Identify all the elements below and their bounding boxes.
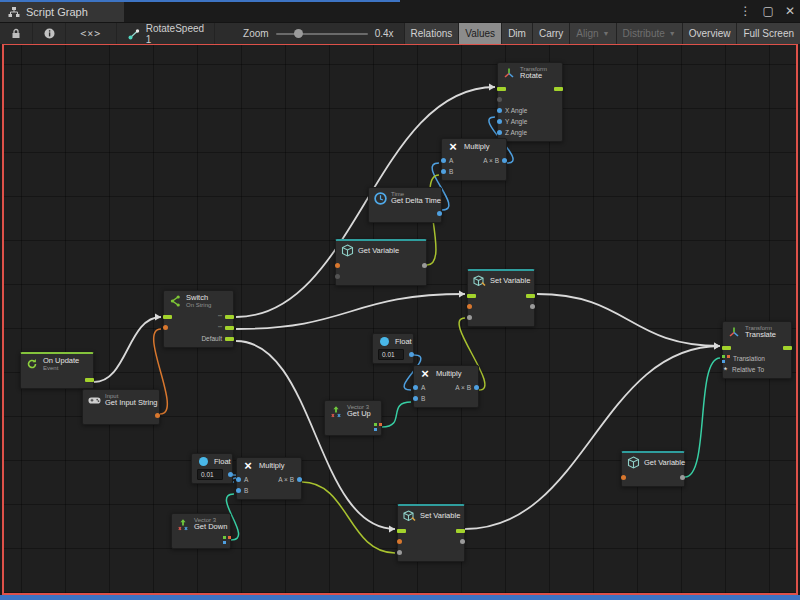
node-get-input-string[interactable]: InputGet Input String — [82, 389, 160, 425]
tab-script-graph[interactable]: Script Graph — [0, 2, 124, 22]
node-set-variable-1[interactable]: Set Variable — [467, 269, 535, 327]
toolbar-button-relations[interactable]: Relations — [404, 23, 459, 44]
string-port[interactable] — [155, 413, 160, 418]
float-port[interactable] — [236, 477, 241, 482]
toolbar-button-carry[interactable]: Carry — [532, 23, 569, 44]
flow-port[interactable] — [163, 315, 172, 319]
value-input[interactable]: 0.01 — [378, 349, 404, 360]
close-icon[interactable]: ✕ — [785, 2, 795, 20]
value-input[interactable]: 0.01 — [197, 469, 223, 480]
flow-port[interactable] — [456, 529, 465, 533]
tab-title: Script Graph — [26, 6, 88, 18]
flow-port[interactable] — [225, 315, 234, 319]
flow-port[interactable] — [497, 87, 506, 91]
tab-bar: Script Graph ⋮ ▢ ✕ — [0, 0, 800, 22]
value-port[interactable] — [422, 263, 427, 268]
node-float-1[interactable]: Float0.01 — [372, 333, 414, 364]
string-port[interactable] — [335, 263, 340, 268]
lock-icon — [9, 28, 23, 39]
port-label: Y Angle — [505, 118, 527, 125]
toolbar-button-label: Relations — [411, 28, 453, 39]
toolbar-button-overview[interactable]: Overview — [682, 23, 737, 44]
flow-port[interactable] — [783, 346, 792, 350]
vec3-port[interactable] — [223, 536, 231, 544]
flow-port[interactable] — [722, 346, 731, 350]
maximize-icon[interactable]: ▢ — [763, 2, 774, 20]
toolbar-button-align[interactable]: Align▼ — [569, 23, 615, 44]
star-port[interactable]: * — [722, 367, 729, 373]
value-port[interactable] — [680, 475, 685, 480]
info-button[interactable] — [33, 23, 66, 44]
float-port[interactable] — [228, 472, 233, 477]
port-label: A × B — [483, 157, 499, 164]
float-port[interactable] — [497, 119, 502, 124]
float-port[interactable] — [437, 211, 442, 216]
toolbar-button-full-screen[interactable]: Full Screen — [736, 23, 800, 44]
node-on-update[interactable]: On UpdateEvent — [20, 352, 94, 389]
node-multiply-1[interactable]: ×MultiplyAA × BB — [441, 138, 507, 181]
string-port[interactable] — [163, 325, 168, 330]
float-port[interactable] — [413, 385, 418, 390]
script-graph-window: Script Graph ⋮ ▢ ✕ <×> RotateSpeed 1 Zoo… — [0, 0, 800, 600]
flow-port[interactable] — [225, 337, 234, 341]
float-port[interactable] — [297, 477, 302, 482]
node-float-2[interactable]: Float0.01 — [191, 453, 233, 484]
string-port[interactable] — [397, 539, 402, 544]
flow-port[interactable] — [467, 294, 476, 298]
window-focus-line — [0, 0, 400, 2]
node-row — [83, 410, 159, 421]
node-get-delta-time[interactable]: TimeGet Delta Time — [368, 187, 442, 223]
toolbar-button-dim[interactable]: Dim — [501, 23, 532, 44]
self-port[interactable] — [497, 97, 502, 102]
float-port[interactable] — [413, 396, 418, 401]
node-multiply-2[interactable]: ×MultiplyAA × BB — [413, 365, 479, 408]
flow-port[interactable] — [526, 294, 535, 298]
node-get-down[interactable]: Vector 3Get Down — [171, 513, 231, 549]
vec3-port[interactable] — [722, 355, 730, 363]
string-port[interactable] — [467, 304, 472, 309]
port-label: Relative To — [732, 366, 764, 373]
node-row — [498, 83, 562, 94]
value-port[interactable] — [467, 315, 472, 320]
flow-port[interactable] — [397, 529, 406, 533]
float-port[interactable] — [474, 385, 479, 390]
float-port[interactable] — [409, 352, 414, 357]
vec3-port[interactable] — [374, 423, 382, 431]
float-port[interactable] — [497, 130, 502, 135]
zoom-slider-handle[interactable] — [294, 29, 303, 38]
node-set-variable-2[interactable]: Set Variable — [397, 504, 465, 562]
node-translate[interactable]: TransformTranslateTranslation*Relative T… — [722, 321, 792, 379]
node-get-variable-1[interactable]: Get Variable — [335, 239, 427, 286]
node-switch-on-string[interactable]: SwitchOn String""""Default — [163, 290, 234, 348]
lock-button[interactable] — [0, 23, 33, 44]
window-menu-icon[interactable]: ⋮ — [740, 2, 752, 20]
float-port[interactable] — [502, 158, 507, 163]
float-port[interactable] — [497, 108, 502, 113]
node-get-variable-2[interactable]: Get Variable — [621, 451, 685, 487]
flow-port[interactable] — [225, 326, 234, 330]
float-port[interactable] — [441, 158, 446, 163]
value-port[interactable] — [530, 304, 535, 309]
vec3-icon — [329, 405, 343, 418]
toolbar-button-values[interactable]: Values — [458, 23, 501, 44]
float-port[interactable] — [441, 169, 446, 174]
code-view-button[interactable]: <×> — [66, 23, 117, 44]
zoom-control: Zoom 0.4x — [233, 23, 403, 44]
flow-port[interactable] — [554, 87, 563, 91]
node-get-up[interactable]: Vector 3Get Up — [324, 400, 382, 436]
toolbar-button-distribute[interactable]: Distribute▼ — [616, 23, 682, 44]
node-multiply-3[interactable]: ×MultiplyAA × BB — [236, 457, 302, 500]
value-port[interactable] — [460, 539, 465, 544]
flow-port[interactable] — [85, 378, 94, 382]
self-port[interactable] — [335, 274, 340, 279]
zoom-value: 0.4x — [375, 28, 394, 39]
breadcrumb[interactable]: RotateSpeed 1 — [117, 23, 215, 44]
node-row: B — [237, 485, 301, 496]
zoom-slider-track[interactable] — [276, 33, 368, 35]
node-rotate[interactable]: TransformRotateX AngleY AngleZ Angle — [497, 62, 563, 142]
float-port[interactable] — [236, 488, 241, 493]
port-label: B — [244, 487, 248, 494]
node-title: Get Down — [194, 523, 227, 531]
string-port[interactable] — [621, 475, 626, 480]
value-port[interactable] — [397, 550, 402, 555]
